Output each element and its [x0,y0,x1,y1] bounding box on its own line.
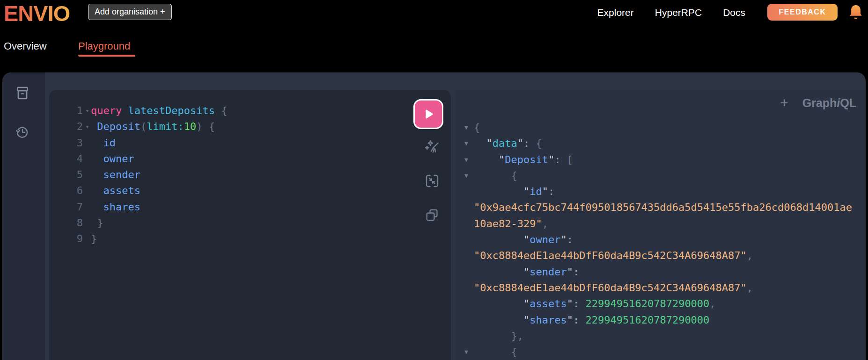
tab-overview[interactable]: Overview [4,40,47,52]
code-token: shares [530,314,566,326]
code-text: sender [91,167,140,183]
response-json-line: "owner": [455,232,866,248]
code-token [474,330,511,342]
collapse-toggle-icon[interactable]: ▼ [464,152,474,168]
code-token: ) [196,121,202,132]
collapse-toggle-icon[interactable]: ▼ [464,168,474,184]
response-json-line: ▼ "data": { [455,136,866,151]
code-text: "data": { [474,136,542,151]
execute-query-button[interactable] [413,99,443,129]
response-json-line: "sender": [455,264,866,280]
code-text: "Deposit": [ [474,152,573,168]
editor-code-line[interactable]: 4 owner [49,151,451,167]
editor-code-line[interactable]: 5 sender [49,167,451,183]
query-editor-panel: 1▾query latestDeposits {2▾ Deposit(limit… [49,90,451,360]
execute-play-icon [421,107,435,121]
history-icon[interactable] [15,124,30,140]
query-editor[interactable]: 1▾query latestDeposits {2▾ Deposit(limit… [49,90,451,247]
code-text: "0x9ae4cfc75bc744f095018567435dd6a5d5415… [474,200,852,216]
response-json-line: "0xc8884edE1ae44bDfF60da4B9c542C34A69648… [455,248,866,264]
nav-hyperrpc[interactable]: HyperRPC [655,7,702,18]
editor-code-line[interactable]: 3 id [49,135,451,151]
fold-toggle-icon[interactable]: ▾ [83,119,91,135]
fold-gutter [464,296,474,312]
code-text: "shares": 22994951620787290000 [474,312,709,328]
code-token: " [499,154,505,166]
collapse-toggle-icon[interactable]: ▼ [464,344,474,360]
fold-gutter [464,232,474,248]
code-text: "id": [474,184,554,200]
code-token [91,185,103,196]
code-token: ( [140,121,147,132]
code-token [474,170,511,181]
code-token: limit [147,121,177,132]
editor-code-line[interactable]: 7 shares [49,199,451,215]
feedback-button[interactable]: FEEDBACK [767,4,838,21]
code-token: { [474,122,480,133]
graphiql-logo-graph: Graph [802,96,837,109]
code-token: query [91,105,122,116]
add-organisation-button[interactable]: Add organisation + [88,4,172,20]
fold-gutter [83,167,91,183]
code-token: " [523,234,530,245]
code-token: assets [530,298,566,310]
fold-gutter [464,280,474,296]
graphiql-logo[interactable]: GraphiQL [802,96,856,110]
fold-gutter [464,200,474,216]
code-token: { [511,170,517,181]
code-text: { [474,168,517,184]
code-token: " [486,137,493,149]
response-header: + GraphiQL [455,90,866,116]
collapse-toggle-icon[interactable]: ▼ [464,120,474,136]
response-json-line: "id": [455,184,866,200]
notification-bell-icon[interactable] [848,4,863,22]
code-token: "0xc8884edE1ae44bDfF60da4B9c542C34A69648… [474,282,747,294]
response-json-viewer: ▼{▼ "data": {▼ "Deposit": [▼ { "id":"0x9… [455,116,866,360]
active-tab-underline [78,55,135,57]
code-text: { [474,120,480,136]
code-token: { [536,137,542,149]
code-token [474,346,511,358]
fold-gutter [83,183,91,199]
response-json-line: "0xc8884edE1ae44bDfF60da4B9c542C34A69648… [455,280,866,296]
editor-code-line[interactable]: 6 assets [49,183,451,199]
code-token: { [209,121,215,132]
merge-fragments-icon[interactable] [424,173,441,189]
fold-gutter [83,151,91,167]
code-token: " [567,266,573,278]
envio-logo[interactable]: ENVIO [4,0,70,26]
response-json-line: 10ae82-329", [455,216,866,232]
code-token: 10ae82-329" [474,218,542,230]
code-token: 22994951620787290000 [585,314,709,326]
fold-gutter [83,135,91,151]
fold-toggle-icon[interactable]: ▾ [83,103,91,119]
response-json-line: "shares": 22994951620787290000 [455,312,866,328]
code-token [215,105,221,116]
code-text: 10ae82-329", [474,216,548,232]
docs-icon[interactable] [15,85,30,101]
prettify-sparkle-broom-icon[interactable] [424,138,441,155]
code-token: sender [103,169,140,180]
editor-code-line[interactable]: 8 } [49,215,451,231]
code-token: }, [511,330,523,342]
nav-explorer[interactable]: Explorer [597,7,634,18]
tab-playground[interactable]: Playground [78,40,130,52]
code-token [474,186,523,197]
line-number: 5 [49,167,83,183]
code-text: assets [91,183,140,199]
code-token: "0x9ae4cfc75bc744f095018567435dd6a5d5415… [474,202,852,213]
graphiql-app: 1▾query latestDeposits {2▾ Deposit(limit… [2,72,866,360]
fold-gutter [464,312,474,328]
response-json-line: "0x9ae4cfc75bc744f095018567435dd6a5d5415… [455,200,866,216]
editor-code-line[interactable]: 9} [49,231,451,247]
nav-docs[interactable]: Docs [723,7,745,18]
code-token: : [554,154,567,166]
collapse-toggle-icon[interactable]: ▼ [464,136,474,151]
code-token: sender [530,266,566,278]
editor-code-line[interactable]: 2▾ Deposit(limit:10) { [49,119,451,135]
copy-query-icon[interactable] [424,207,441,223]
add-tab-button[interactable]: + [780,95,788,111]
editor-code-line[interactable]: 1▾query latestDeposits { [49,103,451,119]
code-token: Deposit [97,121,140,132]
code-token: } [97,217,103,229]
